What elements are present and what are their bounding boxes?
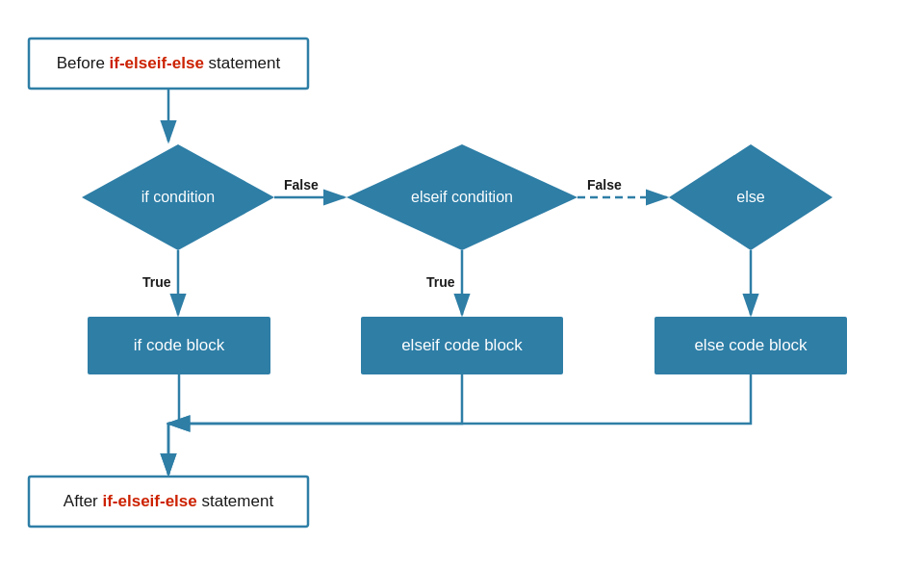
if-diamond-label: if condition (141, 189, 216, 205)
false2-label: False (587, 177, 622, 193)
true1-label: True (142, 274, 171, 290)
elseif-code-label: elseif code block (401, 336, 523, 354)
else-code-label: else code block (694, 336, 808, 354)
before-label: Before if-elseif-else statement (57, 54, 281, 72)
arrow-else-block-to-after (168, 374, 751, 424)
flowchart-diagram: Before if-elseif-else statement if condi… (0, 0, 924, 567)
else-diamond-label: else (736, 189, 764, 205)
arrow-elseif-block-to-after (168, 374, 462, 424)
false1-label: False (284, 177, 319, 193)
elseif-diamond-label: elseif condition (411, 189, 513, 205)
after-label: After if-elseif-else statement (64, 492, 274, 510)
if-code-label: if code block (134, 336, 225, 354)
true2-label: True (426, 274, 455, 290)
